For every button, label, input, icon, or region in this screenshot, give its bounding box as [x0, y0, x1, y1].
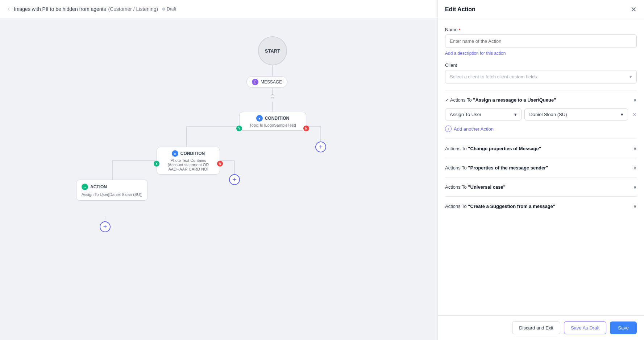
- connector-dot: [271, 94, 274, 98]
- condition2-node[interactable]: ● CONDITION Photo Text Contains[Account …: [157, 147, 220, 175]
- right-panel-footer: Discard and Exit Save As Draft Save: [438, 315, 644, 340]
- assign-to-user-select[interactable]: Assign To User ▾: [445, 108, 522, 120]
- check-icon: ✓: [445, 97, 450, 103]
- assign-label: Assign To User: [450, 112, 481, 117]
- message-label: MESSAGE: [261, 79, 282, 85]
- section-assign-user-queue: ✓ Actions To "Assign a message to a User…: [445, 90, 637, 139]
- canvas-panel: Images with PII to be hidden from agents…: [0, 0, 437, 340]
- section-sender-strong: "Properties of the message sender": [468, 165, 548, 171]
- section-assign-strong: "Assign a message to a User/Queue": [473, 97, 556, 103]
- client-select[interactable]: Select a client to fetch client custom f…: [445, 70, 637, 83]
- condition1-node[interactable]: ● CONDITION Topic Is [LogoSampleTest] Y …: [239, 112, 306, 131]
- client-field-label: Client: [445, 62, 637, 68]
- section-sender-title: Actions To "Properties of the message se…: [445, 165, 548, 171]
- action-body: Assign To User[Daniel Sloan (SU)]: [82, 192, 142, 197]
- condition1-n-badge: N: [303, 126, 309, 131]
- back-button[interactable]: Images with PII to be hidden from agents…: [6, 6, 158, 12]
- condition1-body: Topic Is [LogoSampleTest]: [245, 123, 300, 127]
- message-icon: C: [252, 79, 258, 85]
- section-universal-case: Actions To "Universal case" ∨: [445, 177, 637, 196]
- section-assign-title: ✓ Actions To "Assign a message to a User…: [445, 97, 556, 103]
- plus-icon-right1[interactable]: +: [315, 142, 326, 152]
- section-suggestion-title: Actions To "Create a Suggestion from a m…: [445, 204, 555, 209]
- condition2-n-badge: N: [217, 161, 223, 167]
- flow-area: START C MESSAGE ● CONDITION Topic Is [: [0, 18, 437, 340]
- action-icon: →: [82, 184, 88, 190]
- assign-remove-icon[interactable]: ✕: [632, 112, 637, 118]
- section-sender-chevron: ∨: [633, 165, 637, 171]
- right-panel-header: Edit Action ✕: [438, 0, 644, 19]
- section-sender-header[interactable]: Actions To "Properties of the message se…: [445, 163, 637, 172]
- section-universal-chevron: ∨: [633, 184, 637, 190]
- name-input[interactable]: [445, 34, 637, 48]
- action-label: ACTION: [90, 184, 107, 189]
- assign-value-select[interactable]: Daniel Sloan (SU) ▾: [524, 108, 628, 120]
- section-create-suggestion: Actions To "Create a Suggestion from a m…: [445, 196, 637, 216]
- action-node[interactable]: → ACTION Assign To User[Daniel Sloan (SU…: [76, 180, 148, 201]
- client-chevron-icon: ▾: [630, 74, 632, 79]
- discard-button[interactable]: Discard and Exit: [512, 321, 560, 334]
- assign-row: Assign To User ▾ Daniel Sloan (SU) ▾ ✕: [445, 108, 637, 120]
- header-sub: (Customer / Listening): [108, 6, 158, 12]
- flow-container: START C MESSAGE ● CONDITION Topic Is [: [0, 18, 437, 340]
- client-placeholder: Select a client to fetch client custom f…: [450, 74, 538, 79]
- section-universal-title: Actions To "Universal case": [445, 184, 506, 190]
- message-node[interactable]: C MESSAGE: [246, 76, 287, 88]
- condition2-icon: ●: [172, 150, 178, 157]
- add-action-label: Add another Action: [454, 126, 494, 132]
- plus-icon-right2[interactable]: +: [229, 174, 240, 185]
- condition2-body: Photo Text Contains[Account statement OR…: [163, 158, 214, 171]
- section-assign-header[interactable]: ✓ Actions To "Assign a message to a User…: [445, 95, 637, 104]
- condition1-label: CONDITION: [265, 116, 289, 121]
- condition1-y-badge: Y: [236, 126, 242, 131]
- right-panel-body: Name • Add a description for this action…: [438, 19, 644, 315]
- header-title: Images with PII to be hidden from agents: [14, 6, 106, 12]
- save-button[interactable]: Save: [610, 321, 637, 334]
- section-change-strong: "Change properties of Message": [468, 146, 541, 151]
- condition2-label: CONDITION: [180, 151, 205, 156]
- start-node: START: [258, 36, 287, 65]
- plus-icon-below[interactable]: +: [100, 221, 111, 232]
- plus-button-right1[interactable]: +: [315, 142, 326, 152]
- status-label: Draft: [167, 7, 176, 12]
- name-field-label: Name •: [445, 26, 637, 32]
- draft-dot: [162, 8, 165, 11]
- section-suggestion-header[interactable]: Actions To "Create a Suggestion from a m…: [445, 202, 637, 210]
- condition1-icon: ●: [256, 115, 263, 122]
- section-universal-header[interactable]: Actions To "Universal case" ∨: [445, 183, 637, 191]
- section-universal-strong: "Universal case": [468, 184, 505, 190]
- section-change-properties: Actions To "Change properties of Message…: [445, 139, 637, 158]
- required-dot: •: [459, 26, 461, 32]
- status-badge: Draft: [162, 7, 176, 12]
- section-sender-properties: Actions To "Properties of the message se…: [445, 158, 637, 177]
- assign-value-chevron: ▾: [621, 112, 623, 117]
- plus-button-right2[interactable]: +: [229, 174, 240, 185]
- section-assign-chevron: ∧: [633, 97, 637, 103]
- add-action-circle-icon: +: [445, 126, 452, 132]
- add-another-action-btn[interactable]: + Add another Action: [445, 124, 637, 134]
- right-panel-title: Edit Action: [445, 6, 475, 13]
- connector-lines: [0, 18, 437, 340]
- close-button[interactable]: ✕: [631, 6, 637, 13]
- assign-value: Daniel Sloan (SU): [529, 112, 567, 117]
- right-panel: Edit Action ✕ Name • Add a description f…: [437, 0, 644, 340]
- add-description-link[interactable]: Add a description for this action: [445, 51, 637, 56]
- header: Images with PII to be hidden from agents…: [0, 0, 437, 18]
- condition2-y-badge: Y: [154, 161, 159, 167]
- section-change-header[interactable]: Actions To "Change properties of Message…: [445, 144, 637, 153]
- section-suggestion-strong: "Create a Suggestion from a message": [468, 204, 555, 209]
- start-label: START: [258, 36, 287, 65]
- section-change-title: Actions To "Change properties of Message…: [445, 146, 541, 151]
- section-change-chevron: ∨: [633, 146, 637, 151]
- plus-button-below-action[interactable]: +: [100, 221, 111, 232]
- save-as-draft-button[interactable]: Save As Draft: [564, 321, 606, 334]
- section-suggestion-chevron: ∨: [633, 203, 637, 209]
- assign-select-chevron: ▾: [514, 112, 517, 117]
